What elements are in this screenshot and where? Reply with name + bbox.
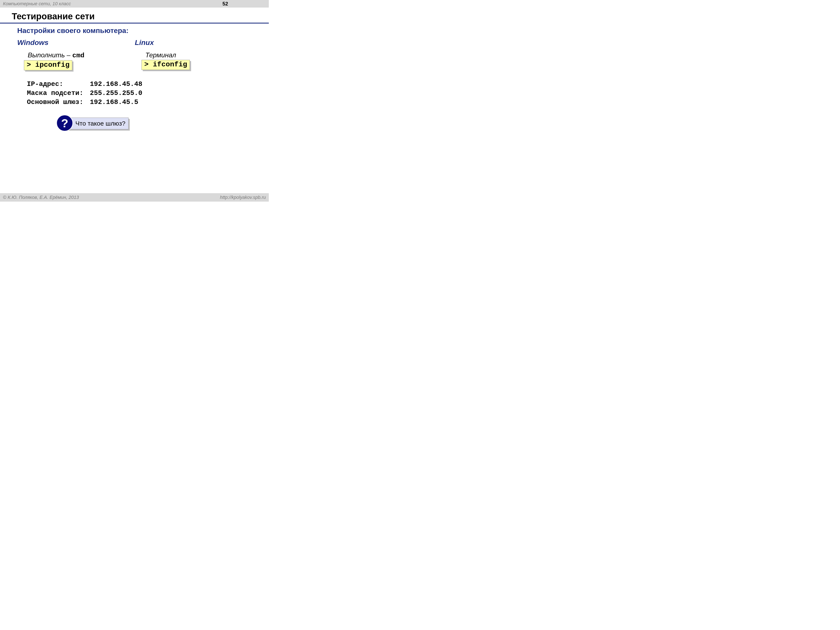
- linux-heading: Linux: [135, 38, 253, 47]
- slide-title: Тестирование сети: [12, 11, 269, 21]
- windows-step: Выполнить – cmd: [28, 51, 135, 59]
- mask-label: Маска подсети:: [27, 88, 90, 98]
- windows-command-box: > ipconfig: [24, 60, 72, 70]
- footer-copyright: © К.Ю. Поляков, Е.А. Ерёмин, 2013: [3, 195, 79, 200]
- footer-url: http://kpolyakov.spb.ru: [220, 195, 266, 200]
- linux-step-text: Терминал: [145, 51, 176, 59]
- linux-step: Терминал: [145, 51, 253, 59]
- page-number: 52: [223, 1, 266, 7]
- slide-content: Настройки своего компьютера: Windows Вып…: [0, 24, 269, 107]
- windows-step-cmd: cmd: [72, 52, 84, 59]
- course-label: Компьютерные сети, 10 класс: [3, 1, 71, 6]
- windows-step-prefix: Выполнить –: [28, 51, 72, 59]
- question-mark-icon: ?: [56, 115, 73, 131]
- two-column-layout: Windows Выполнить – cmd > ipconfig Linux…: [17, 38, 269, 70]
- windows-heading: Windows: [17, 38, 135, 47]
- ip-value: 192.168.45.48: [90, 80, 142, 88]
- output-row-mask: Маска подсети: 255.255.255.0: [27, 88, 269, 98]
- question-callout: ? Что такое шлюз?: [56, 118, 128, 129]
- output-row-gateway: Основной шлюз: 192.168.45.5: [27, 98, 269, 107]
- output-block: IP-адрес: 192.168.45.48 Маска подсети: 2…: [27, 80, 269, 107]
- subtitle: Настройки своего компьютера:: [17, 27, 269, 35]
- footer-bar: © К.Ю. Поляков, Е.А. Ерёмин, 2013 http:/…: [0, 193, 269, 202]
- ip-label: IP-адрес:: [27, 80, 90, 88]
- linux-column: Linux Терминал > ifconfig: [135, 38, 253, 70]
- windows-column: Windows Выполнить – cmd > ipconfig: [17, 38, 135, 70]
- linux-command-box: > ifconfig: [142, 60, 190, 70]
- mask-value: 255.255.255.0: [90, 88, 142, 98]
- gateway-value: 192.168.45.5: [90, 98, 138, 107]
- header-bar: Компьютерные сети, 10 класс 52: [0, 0, 269, 8]
- output-row-ip: IP-адрес: 192.168.45.48: [27, 80, 269, 88]
- gateway-label: Основной шлюз:: [27, 98, 90, 107]
